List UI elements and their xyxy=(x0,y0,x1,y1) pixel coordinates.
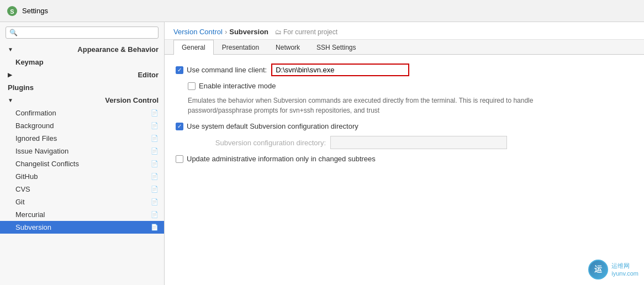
use-command-line-row: Use command line client: xyxy=(176,64,633,76)
config-dir-label: Subversion configuration directory: xyxy=(188,139,326,147)
watermark-line1: 运维网 xyxy=(611,262,638,270)
sidebar-item-label: Keymap xyxy=(15,58,44,66)
search-icon: 🔍 xyxy=(9,29,18,36)
content-body: Use command line client: Enable interact… xyxy=(165,55,644,285)
nav-tree: ▼Appearance & BehaviorKeymap▶EditorPlugi… xyxy=(0,43,164,285)
app-icon: S xyxy=(7,6,18,17)
sidebar-item-background[interactable]: Background📄 xyxy=(0,119,164,132)
enable-interactive-checkbox[interactable] xyxy=(188,82,196,90)
sidebar-item-label: GitHub xyxy=(15,172,38,181)
main-layout: 🔍 ▼Appearance & BehaviorKeymap▶EditorPlu… xyxy=(0,22,644,285)
config-dir-row: Subversion configuration directory: xyxy=(188,136,633,149)
tab-ssh-settings[interactable]: SSH Settings xyxy=(308,40,364,55)
use-system-default-label: Use system default Subversion configurat… xyxy=(187,122,358,130)
breadcrumb-separator: › xyxy=(225,28,227,36)
update-admin-label: Update administrative information only i… xyxy=(187,155,376,163)
page-icon: 📄 xyxy=(151,224,159,231)
breadcrumb-current: Subversion xyxy=(229,28,268,36)
sidebar-item-label: Editor xyxy=(138,71,159,79)
sidebar-item-label: CVS xyxy=(15,185,30,193)
sidebar-item-label: Git xyxy=(15,198,25,206)
sidebar-item-label: Subversion xyxy=(15,223,51,231)
sidebar-item-label: Changelist Conflicts xyxy=(15,160,79,168)
tab-network[interactable]: Network xyxy=(267,40,308,55)
watermark: 运 运维网 iyunv.com xyxy=(588,260,638,279)
use-command-line-checkbox[interactable] xyxy=(176,66,183,74)
sidebar-item-label: Background xyxy=(15,122,54,130)
sidebar-item-label: Version Control xyxy=(105,96,159,104)
sidebar-item-label: Ignored Files xyxy=(15,134,57,142)
page-icon: 📄 xyxy=(151,122,159,129)
arrow-icon: ▼ xyxy=(8,46,13,52)
sidebar-item-label: Issue Navigation xyxy=(15,147,68,155)
enable-interactive-label: Enable interactive mode xyxy=(199,82,276,90)
sidebar-item-git[interactable]: Git📄 xyxy=(0,196,164,208)
sidebar-item-subversion[interactable]: Subversion📄 xyxy=(0,221,164,234)
update-admin-row: Update administrative information only i… xyxy=(176,155,633,163)
use-system-default-row: Use system default Subversion configurat… xyxy=(176,122,633,130)
page-icon: 📄 xyxy=(151,186,159,193)
sidebar-item-label: Mercurial xyxy=(15,210,45,219)
sidebar-item-version-control[interactable]: ▼Version Control xyxy=(0,94,164,107)
page-icon: 📄 xyxy=(151,173,159,180)
sidebar-item-changelist-conflicts[interactable]: Changelist Conflicts📄 xyxy=(0,157,164,170)
tab-general[interactable]: General xyxy=(173,40,214,55)
content-area: Version Control › Subversion 🗂 For curre… xyxy=(165,22,644,285)
use-command-line-label: Use command line client: xyxy=(187,66,267,74)
enable-interactive-row: Enable interactive mode xyxy=(188,82,633,90)
description-text: Emulates the behavior when Subversion co… xyxy=(188,96,574,115)
use-system-default-checkbox[interactable] xyxy=(176,123,183,130)
sidebar-item-cvs[interactable]: CVS📄 xyxy=(0,183,164,196)
sidebar-item-plugins[interactable]: Plugins xyxy=(0,81,164,94)
config-dir-input xyxy=(330,136,507,149)
svg-text:S: S xyxy=(10,8,14,15)
page-icon: 📄 xyxy=(151,135,159,142)
title-bar-text: Settings xyxy=(22,7,48,15)
sidebar-item-label: Appearance & Behavior xyxy=(77,45,159,54)
update-admin-checkbox-label[interactable]: Update administrative information only i… xyxy=(176,155,376,163)
page-icon: 📄 xyxy=(151,109,159,117)
watermark-text: 运维网 iyunv.com xyxy=(611,262,638,278)
page-icon: 📄 xyxy=(151,211,159,218)
watermark-icon: 运 xyxy=(588,260,608,279)
watermark-initials: 运 xyxy=(594,265,602,275)
use-system-default-checkbox-label[interactable]: Use system default Subversion configurat… xyxy=(176,122,358,130)
enable-interactive-checkbox-label[interactable]: Enable interactive mode xyxy=(188,82,276,90)
sidebar-item-label: Plugins xyxy=(8,83,34,92)
sidebar-item-editor[interactable]: ▶Editor xyxy=(0,68,164,81)
search-box[interactable]: 🔍 xyxy=(6,27,159,39)
tab-presentation[interactable]: Presentation xyxy=(214,40,267,55)
project-icon: 🗂 xyxy=(275,28,282,36)
sidebar-item-appearance[interactable]: ▼Appearance & Behavior xyxy=(0,43,164,56)
sidebar-item-issue-navigation[interactable]: Issue Navigation📄 xyxy=(0,145,164,157)
sidebar-item-mercurial[interactable]: Mercurial📄 xyxy=(0,208,164,221)
update-admin-checkbox[interactable] xyxy=(176,155,183,163)
use-command-line-checkbox-label[interactable]: Use command line client: xyxy=(176,66,267,74)
command-line-input[interactable] xyxy=(271,64,409,76)
sidebar-item-keymap[interactable]: Keymap xyxy=(0,56,164,68)
page-icon: 📄 xyxy=(151,160,159,167)
sidebar-item-confirmation[interactable]: Confirmation📄 xyxy=(0,107,164,119)
project-text: For current project xyxy=(283,28,337,36)
tabs-bar: GeneralPresentationNetworkSSH Settings xyxy=(165,40,644,55)
sidebar-item-github[interactable]: GitHub📄 xyxy=(0,170,164,183)
sidebar-item-label: Confirmation xyxy=(15,109,56,117)
breadcrumb-project: 🗂 For current project xyxy=(275,28,337,36)
title-bar: S Settings xyxy=(0,0,644,22)
breadcrumb: Version Control › Subversion 🗂 For curre… xyxy=(165,22,644,40)
watermark-line2: iyunv.com xyxy=(611,270,638,277)
page-icon: 📄 xyxy=(151,198,159,205)
page-icon: 📄 xyxy=(151,147,159,155)
arrow-icon: ▼ xyxy=(8,97,13,103)
sidebar-item-ignored-files[interactable]: Ignored Files📄 xyxy=(0,132,164,145)
breadcrumb-parent[interactable]: Version Control xyxy=(173,28,223,36)
sidebar: 🔍 ▼Appearance & BehaviorKeymap▶EditorPlu… xyxy=(0,22,165,285)
search-input[interactable] xyxy=(20,29,155,36)
arrow-icon: ▶ xyxy=(8,72,12,78)
